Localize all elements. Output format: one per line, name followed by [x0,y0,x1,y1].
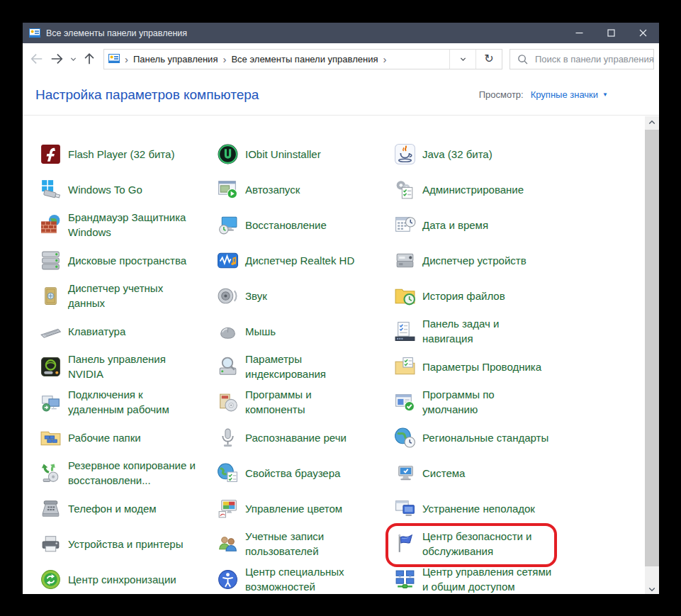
control-panel-item[interactable]: Резервное копирование и восстановлени... [35,455,213,491]
control-panel-item[interactable]: Управление цветом [213,491,390,526]
recovery-icon [216,213,240,237]
control-panel-item[interactable]: Звук [213,278,390,313]
control-panel-item[interactable]: Восстановление [213,207,390,242]
back-button[interactable] [27,49,47,69]
explorer-options-icon [393,355,417,379]
address-dropdown-button[interactable] [449,50,475,69]
flash-player-icon [39,142,62,166]
item-label: Программы и компоненты [245,387,312,417]
minimize-button[interactable] [563,23,595,43]
address-bar[interactable]: › Панель управления › Все элементы панел… [103,49,502,69]
control-panel-item[interactable]: Программы и компоненты [213,384,390,420]
control-panel-item[interactable]: Клавиатура [35,313,213,349]
view-by-value[interactable]: Крупные значки [531,89,598,100]
control-panel-item[interactable]: Центр специальных возможностей [213,561,390,594]
breadcrumb-item-control-panel[interactable]: Панель управления [133,54,218,65]
control-panel-item-highlighted[interactable]: Центр безопасности и обслуживания [390,526,567,561]
item-label: Параметры Проводника [422,359,541,374]
control-panel-item[interactable]: Рабочие папки [35,420,213,455]
item-label: Программы по умолчанию [422,387,495,417]
refresh-button[interactable]: ↻ [475,50,502,69]
work-folders-icon [39,426,62,449]
control-panel-item[interactable]: Центр управления сетями и общим доступом [390,561,567,594]
control-panel-item[interactable]: Windows To Go [35,172,213,207]
item-label: Резервное копирование и восстановлени... [68,458,196,488]
control-panel-item[interactable]: Центр синхронизации [35,561,213,594]
control-panel-item[interactable]: Панель задач и навигация [390,313,567,349]
item-label: Автозапуск [245,182,300,197]
control-panel-item[interactable]: Параметры индексирования [213,349,390,384]
control-panel-item[interactable]: Дисковые пространства [35,242,213,278]
control-panel-item[interactable]: Подключения к удаленным рабочим [35,384,213,420]
control-panel-item[interactable]: Свойства браузера [213,455,390,491]
control-panel-item[interactable]: IObit Uninstaller [213,136,390,172]
item-label: История файлов [422,289,505,303]
firewall-icon [39,213,62,237]
control-panel-item[interactable]: Устранение неполадок [390,491,567,526]
item-label: Управление цветом [245,501,342,516]
recent-pages-chevron-icon[interactable] [67,49,79,69]
color-management-icon [216,497,240,520]
control-panel-item[interactable]: Диспетчер учетных данных [35,278,213,313]
autoplay-icon [216,178,240,201]
security-maintenance-icon [393,532,417,556]
java-icon [393,142,417,166]
control-panel-item[interactable]: Flash Player (32 бита) [35,136,213,172]
item-label: Администрирование [422,182,524,197]
region-icon [393,426,417,449]
vertical-scrollbar[interactable] [645,116,659,594]
default-programs-icon [393,391,417,414]
control-panel-window: Все элементы панели управления › Панель … [23,23,659,594]
item-label: Центр специальных возможностей [245,564,344,594]
scroll-up-button[interactable] [645,116,659,128]
control-panel-item[interactable]: Региональные стандарты [390,420,567,455]
refresh-icon: ↻ [484,53,493,65]
breadcrumb-item-all-items[interactable]: Все элементы панели управления [231,54,378,65]
close-button[interactable] [627,23,659,43]
item-label: Устранение неполадок [422,501,535,516]
control-panel-item[interactable]: Телефон и модем [35,491,213,526]
search-box[interactable]: Поиск в панели управления [510,49,654,69]
control-panel-item[interactable]: Мышь [213,313,390,349]
control-panel-item[interactable]: Диспетчер устройств [390,242,567,278]
item-label: Региональные стандарты [422,430,548,445]
maximize-button[interactable] [595,23,627,43]
control-panel-item[interactable]: Устройства и принтеры [35,526,213,561]
up-button[interactable] [79,49,99,69]
speech-recognition-icon [216,426,240,449]
network-sharing-icon [393,568,417,591]
item-label: Распознавание речи [245,430,347,445]
nvidia-icon [39,355,62,379]
item-label: Windows To Go [68,182,142,197]
item-label: Панель управления NVIDIA [68,352,166,381]
view-by-label: Просмотр: [479,89,524,100]
control-panel-item[interactable]: Параметры Проводника [390,349,567,384]
indexing-options-icon [216,355,240,379]
scroll-down-button[interactable] [645,583,659,594]
control-panel-item[interactable]: Панель управления NVIDIA [35,349,213,384]
control-panel-item[interactable]: Брандмауэр Защитника Windows [35,207,213,242]
administrative-tools-icon [393,178,417,201]
control-panel-item[interactable]: Java (32 бита) [390,136,567,172]
forward-button[interactable] [47,49,67,69]
view-by-control[interactable]: Просмотр: Крупные значки ▼ [479,89,608,100]
control-panel-item[interactable]: Система [390,455,567,491]
items-grid: Flash Player (32 бита)Windows To GoБранд… [35,136,567,594]
control-panel-item[interactable]: Учетные записи пользователей [213,526,390,561]
control-panel-item[interactable]: История файлов [390,278,567,313]
control-panel-item[interactable]: Дата и время [390,207,567,242]
titlebar: Все элементы панели управления [23,23,659,43]
item-label: Рабочие папки [68,430,141,445]
view-by-caret-icon: ▼ [602,91,608,98]
control-panel-item[interactable]: Администрирование [390,172,567,207]
control-panel-icon [29,28,40,39]
scrollbar-thumb[interactable] [645,130,659,566]
windows-to-go-icon [39,178,62,201]
control-panel-item[interactable]: Диспетчер Realtek HD [213,242,390,278]
caption-buttons [563,23,659,43]
devices-printers-icon [39,532,62,556]
control-panel-item[interactable]: Распознавание речи [213,420,390,455]
control-panel-item[interactable]: Программы по умолчанию [390,384,567,420]
sound-icon [216,284,240,308]
control-panel-item[interactable]: Автозапуск [213,172,390,207]
